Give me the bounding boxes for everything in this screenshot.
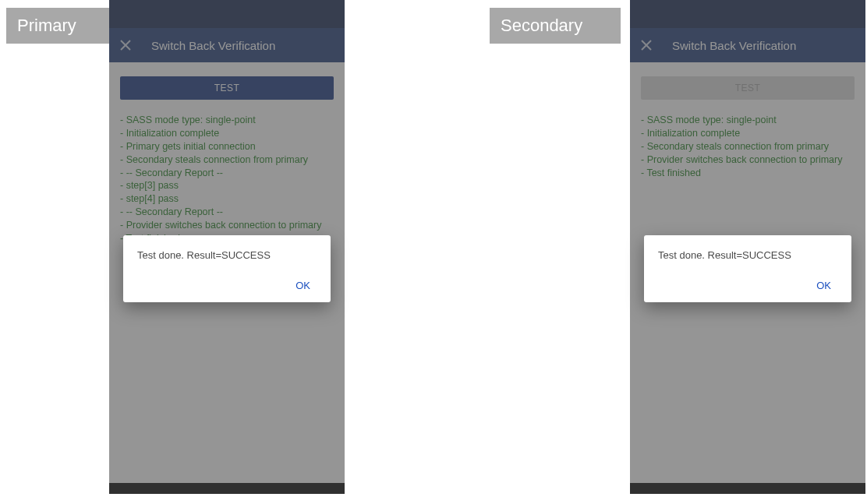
dialog-message: Test done. Result=SUCCESS xyxy=(658,249,837,261)
primary-label-tag: Primary xyxy=(6,8,109,44)
primary-phone: Switch Back Verification TEST - SASS mod… xyxy=(109,0,345,494)
dialog-actions: OK xyxy=(137,275,317,296)
dialog-actions: OK xyxy=(658,275,837,296)
result-dialog: Test done. Result=SUCCESS OK xyxy=(123,235,331,302)
secondary-phone: Switch Back Verification TEST - SASS mod… xyxy=(630,0,865,494)
dialog-message: Test done. Result=SUCCESS xyxy=(137,249,317,261)
result-dialog: Test done. Result=SUCCESS OK xyxy=(644,235,851,302)
ok-button[interactable]: OK xyxy=(289,275,317,296)
secondary-label-tag: Secondary xyxy=(490,8,621,44)
ok-button[interactable]: OK xyxy=(810,275,837,296)
